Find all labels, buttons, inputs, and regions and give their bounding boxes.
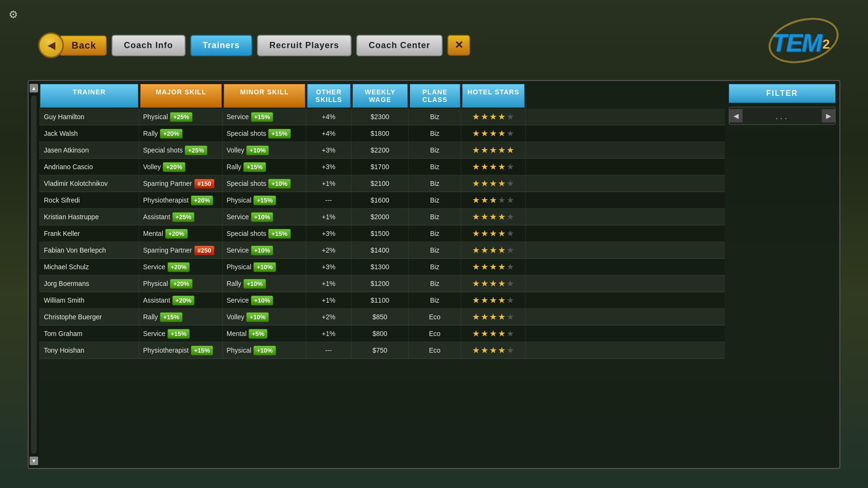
table-row[interactable]: Vladimir Kolotchnikov Sparring Partner #… [39,175,725,192]
cell-stars: ★★★★★ [461,109,526,125]
cell-stars: ★★★★★ [461,192,526,208]
th-trainer: TRAINER [40,84,138,108]
cell-minor-skill: Mental +5% [223,325,306,342]
major-badge: +20% [163,162,186,172]
cell-wage: $1200 [351,275,409,292]
cell-wage: $1800 [351,125,409,142]
cell-plane: Biz [409,175,461,192]
major-badge: +15% [191,346,214,356]
table-row[interactable]: Andriano Cascio Volley +20% Rally +15% +… [39,159,725,175]
cell-stars: ★★★★★ [461,225,526,242]
table-row[interactable]: Guy Hamilton Physical +25% Service +15% … [39,109,725,125]
cell-name: Tony Hoishan [39,342,139,358]
cell-other: +3% [306,142,351,158]
scroll-track [31,95,37,454]
table-row[interactable]: Jorg Boermans Physical +20% Rally +10% +… [39,275,725,292]
cell-minor-skill: Volley +10% [223,142,306,158]
filter-next-arrow[interactable]: ▶ [822,109,835,122]
cell-major-skill: Service +15% [139,325,223,342]
cell-name: Jorg Boermans [39,275,139,292]
cell-plane: Biz [409,125,461,142]
scroll-up-arrow[interactable]: ▲ [30,84,38,92]
minor-badge: +10% [268,179,291,189]
cell-wage: $2100 [351,175,409,192]
table-row[interactable]: Michael Schulz Service +20% Physical +10… [39,259,725,275]
cell-stars: ★★★★★ [461,259,526,275]
cell-major-skill: Mental +20% [139,225,223,242]
cell-other: +4% [306,109,351,125]
cell-minor-skill: Rally +15% [223,159,306,175]
cell-plane: Biz [409,209,461,225]
cell-stars: ★★★★★ [461,125,526,142]
cell-name: Frank Keller [39,225,139,242]
major-badge: +25% [185,145,207,155]
cell-other: +3% [306,225,351,242]
cell-minor-skill: Service +10% [223,242,306,258]
cell-name: Tom Graham [39,325,139,342]
table-row[interactable]: Tom Graham Service +15% Mental +5% +1% $… [39,325,725,342]
cell-major-skill: Sparring Partner #250 [139,242,223,258]
table-area: TRAINER MAJOR SKILL MINOR SKILL OTHERSKI… [39,81,725,468]
cell-stars: ★★★★★ [461,175,526,192]
tab-coach-info[interactable]: Coach Info [112,35,186,56]
cell-plane: Eco [409,342,461,358]
back-label[interactable]: Back [59,35,107,56]
major-badge: +15% [167,329,190,339]
cell-name: Guy Hamilton [39,109,139,125]
tab-coach-center[interactable]: Coach Center [356,35,443,56]
tab-recruit-players[interactable]: Recruit Players [257,35,351,56]
cell-stars: ★★★★★ [461,292,526,308]
filter-header: FILTER [729,84,836,103]
cell-wage: $800 [351,325,409,342]
cell-other: +3% [306,159,351,175]
cell-plane: Biz [409,192,461,208]
cell-other: +1% [306,175,351,192]
cell-wage: $750 [351,342,409,358]
cell-major-skill: Physical +25% [139,109,223,125]
minor-badge: +10% [253,346,276,356]
scroll-down-arrow[interactable]: ▼ [30,457,38,465]
table-row[interactable]: Kristian Hastruppe Assistant +25% Servic… [39,209,725,225]
cell-plane: Biz [409,242,461,258]
minor-badge: +10% [246,145,269,155]
table-row[interactable]: Tony Hoishan Physiotherapist +15% Physic… [39,342,725,359]
table-row[interactable]: William Smith Assistant +20% Service +10… [39,292,725,309]
tab-trainers[interactable]: Trainers [190,35,252,56]
cell-wage: $850 [351,309,409,325]
table-header: TRAINER MAJOR SKILL MINOR SKILL OTHERSKI… [39,81,725,109]
cell-plane: Biz [409,275,461,292]
table-row[interactable]: Fabian Von Berlepch Sparring Partner #25… [39,242,725,259]
cell-minor-skill: Special shots +10% [223,175,306,192]
cell-major-skill: Sparring Partner #150 [139,175,223,192]
cell-minor-skill: Volley +10% [223,309,306,325]
major-badge: #150 [194,179,215,189]
cell-major-skill: Service +20% [139,259,223,275]
cell-major-skill: Rally +15% [139,309,223,325]
major-badge: +15% [160,312,183,322]
cell-plane: Biz [409,292,461,308]
cell-name: Andriano Cascio [39,159,139,175]
cell-name: Jack Walsh [39,125,139,142]
th-weekly-wage: WEEKLYWAGE [352,84,408,108]
back-button[interactable]: ◀ Back [38,32,107,58]
major-badge: +20% [191,195,214,205]
table-row[interactable]: Frank Keller Mental +20% Special shots +… [39,225,725,242]
settings-icon[interactable]: ⚙ [9,9,18,21]
th-minor-skill: MINOR SKILL [224,84,305,108]
cell-other: --- [306,192,351,208]
table-row[interactable]: Jack Walsh Rally +20% Special shots +15%… [39,125,725,142]
cell-major-skill: Assistant +20% [139,292,223,308]
table-row[interactable]: Christophe Buerger Rally +15% Volley +10… [39,309,725,325]
cell-major-skill: Physiotherapist +15% [139,342,223,358]
cell-other: +2% [306,242,351,258]
table-row[interactable]: Jasen Atkinson Special shots +25% Volley… [39,142,725,159]
cell-wage: $1600 [351,192,409,208]
close-button[interactable]: ✕ [447,35,470,56]
major-badge: +25% [172,212,195,222]
filter-prev-arrow[interactable]: ◀ [729,109,743,122]
cell-minor-skill: Physical +10% [223,342,306,358]
minor-badge: +10% [251,245,274,255]
cell-major-skill: Physiotherapist +20% [139,192,223,208]
th-plane-class: PLANECLASS [410,84,460,108]
table-row[interactable]: Rock Sifredi Physiotherapist +20% Physic… [39,192,725,209]
